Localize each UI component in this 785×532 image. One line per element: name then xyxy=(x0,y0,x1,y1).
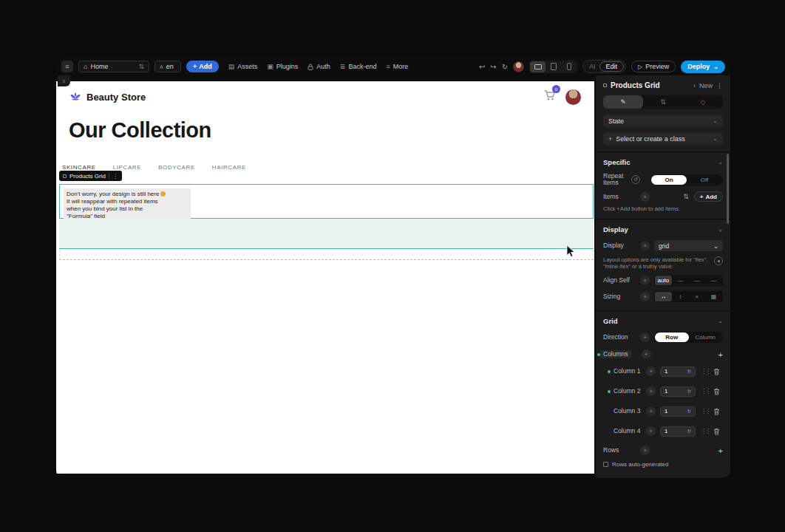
navigator-toggle-button[interactable]: ≡ xyxy=(58,75,70,86)
toolbar-item-more[interactable]: ≡More xyxy=(386,63,408,70)
column-2-value-input[interactable]: 1fr xyxy=(660,386,696,397)
edit-mode-button[interactable]: Edit xyxy=(599,61,625,72)
bind-variable-icon[interactable]: + xyxy=(646,386,656,396)
bind-variable-icon[interactable]: + xyxy=(640,446,650,455)
sizing-option-none[interactable]: × xyxy=(689,292,706,301)
language-value: en xyxy=(166,63,174,70)
tab-data[interactable]: ◇ xyxy=(683,95,723,109)
tab-style[interactable]: ✎ xyxy=(603,95,643,109)
bind-variable-icon[interactable]: + xyxy=(646,406,656,416)
chevron-down-icon: ⌄ xyxy=(718,159,723,166)
toolbar-item-auth[interactable]: Auth xyxy=(307,63,330,70)
delete-column-icon[interactable] xyxy=(713,408,720,415)
drag-handle-icon[interactable]: ⋮⋮ xyxy=(701,368,710,375)
phone-breakpoint-button[interactable] xyxy=(561,61,577,72)
column-4-value-input[interactable]: 1fr xyxy=(660,426,696,437)
profile-avatar[interactable] xyxy=(565,89,581,105)
site-brand[interactable]: Beauty Store xyxy=(69,92,146,103)
tab-settings[interactable]: ⇅ xyxy=(643,95,683,109)
toolbar-item-plugins[interactable]: ▣Plugins xyxy=(267,63,298,70)
section-display-header[interactable]: Display ⌄ xyxy=(603,225,723,233)
bind-variable-icon[interactable]: + xyxy=(640,276,650,285)
cart-button[interactable]: 0 xyxy=(544,89,557,104)
main-menu-button[interactable]: ≡ xyxy=(61,61,73,72)
state-select[interactable]: State ⌄ xyxy=(603,115,723,127)
bind-variable-icon[interactable]: + xyxy=(646,426,656,436)
toolbar-item-assets[interactable]: ▤Assets xyxy=(228,63,258,70)
selected-grid-element[interactable]: Don't worry, your design is still here I… xyxy=(59,184,594,219)
bind-variable-icon[interactable]: + xyxy=(640,241,650,250)
sizing-option-fit[interactable]: ↔ xyxy=(655,292,672,301)
delete-column-icon[interactable] xyxy=(713,388,720,395)
panel-scrollbar[interactable] xyxy=(727,154,729,224)
badge-kebab-icon[interactable]: ⋮ xyxy=(112,173,118,180)
drag-handle-icon[interactable]: ⋮⋮ xyxy=(701,388,710,395)
ai-mode-button[interactable]: AI xyxy=(585,63,596,70)
language-select[interactable]: A en xyxy=(154,61,181,72)
desktop-breakpoint-button[interactable] xyxy=(530,61,546,72)
deploy-button[interactable]: Deploy ⌄ xyxy=(681,61,725,73)
section-specific-header[interactable]: Specific ⌄ xyxy=(603,158,723,166)
preview-button[interactable]: ▷ Preview xyxy=(631,61,676,72)
column-row-3: Column 3 + 1fr ⋮⋮ xyxy=(608,406,723,417)
panel-kebab-icon[interactable]: ⋮ xyxy=(716,82,723,89)
sort-icon[interactable]: ⇅ xyxy=(683,193,689,200)
sync-icon[interactable]: ↻ xyxy=(502,63,508,71)
add-column-button[interactable]: + xyxy=(718,350,723,359)
bind-variable-icon[interactable]: + xyxy=(640,192,650,202)
items-label: Items xyxy=(603,194,640,200)
tablet-breakpoint-button[interactable] xyxy=(546,61,561,72)
bind-variable-icon[interactable]: + xyxy=(642,349,651,359)
sizing-toggle: ↔ ↕ × ▦ xyxy=(654,291,723,302)
drag-handle-icon[interactable]: ⋮⋮ xyxy=(701,408,710,415)
display-value-select[interactable]: grid ⌄ xyxy=(654,240,723,251)
bind-variable-icon[interactable]: + xyxy=(640,292,650,301)
repeat-off-option[interactable]: Off xyxy=(687,175,722,185)
nav-link-bodycare[interactable]: BODYCARE xyxy=(158,164,195,173)
bind-variable-icon[interactable]: + xyxy=(646,366,656,376)
add-row-button[interactable]: + xyxy=(718,446,723,455)
rows-auto-checkbox[interactable] xyxy=(603,462,608,467)
column-2-label: Column 2 xyxy=(614,388,646,395)
direction-column-option[interactable]: Column xyxy=(689,332,723,342)
column-4-label: Column 4 xyxy=(614,428,646,434)
toolbar-item-backend[interactable]: ≣Back-end xyxy=(340,63,377,70)
sizing-option-fixed[interactable]: ↕ xyxy=(672,292,689,301)
align-auto-option[interactable]: auto xyxy=(655,276,672,285)
column-3-value-input[interactable]: 1fr xyxy=(660,406,696,417)
column-1-value-input[interactable]: 1fr xyxy=(660,366,696,377)
page-select[interactable]: ⌂Home ⇅ xyxy=(78,61,149,72)
empty-grid-row[interactable] xyxy=(59,250,594,260)
selected-element-badge[interactable]: Products Grid ⋮ xyxy=(59,171,122,181)
columns-header-row: Columns + + xyxy=(603,349,723,359)
page-canvas[interactable]: Beauty Store 0 xyxy=(56,81,594,474)
bind-variable-icon[interactable]: + xyxy=(640,332,650,342)
reset-icon[interactable]: ↺ xyxy=(631,175,640,184)
nav-link-haircare[interactable]: HAIRCARE xyxy=(212,164,246,173)
grid-element-body[interactable] xyxy=(59,219,594,249)
column-row-2: Column 2 + 1fr ⋮⋮ xyxy=(608,386,723,397)
undo-icon[interactable]: ↩ xyxy=(479,63,485,71)
chevron-left-icon[interactable]: ‹ xyxy=(693,82,696,89)
align-option-3[interactable]: — xyxy=(705,276,722,285)
plus-icon: + xyxy=(700,194,704,200)
chevron-down-icon: ⌄ xyxy=(718,226,723,233)
delete-column-icon[interactable] xyxy=(713,428,720,435)
page-select-value: Home xyxy=(90,63,108,70)
class-select[interactable]: +Select or create a class ⌄ xyxy=(603,132,723,145)
drag-handle-icon[interactable]: ⋮⋮ xyxy=(701,428,710,434)
repeat-on-option[interactable]: On xyxy=(651,175,687,185)
user-avatar[interactable] xyxy=(513,61,524,72)
delete-column-icon[interactable] xyxy=(713,368,720,375)
align-option-1[interactable]: — xyxy=(672,276,689,285)
redo-icon[interactable]: ↪ xyxy=(490,63,496,71)
add-item-button[interactable]: +Add xyxy=(694,191,723,202)
align-option-2[interactable]: — xyxy=(689,276,706,285)
display-helper-row: Layout options are only available for "f… xyxy=(603,256,723,270)
style-source-new[interactable]: New xyxy=(699,82,713,89)
direction-row-option[interactable]: Row xyxy=(655,332,689,342)
section-grid-header[interactable]: Grid ⌄ xyxy=(603,317,723,325)
add-button[interactable]: + Add xyxy=(186,61,219,72)
sizing-option-fill[interactable]: ▦ xyxy=(705,292,722,301)
expand-icon: ≡ xyxy=(63,79,66,83)
